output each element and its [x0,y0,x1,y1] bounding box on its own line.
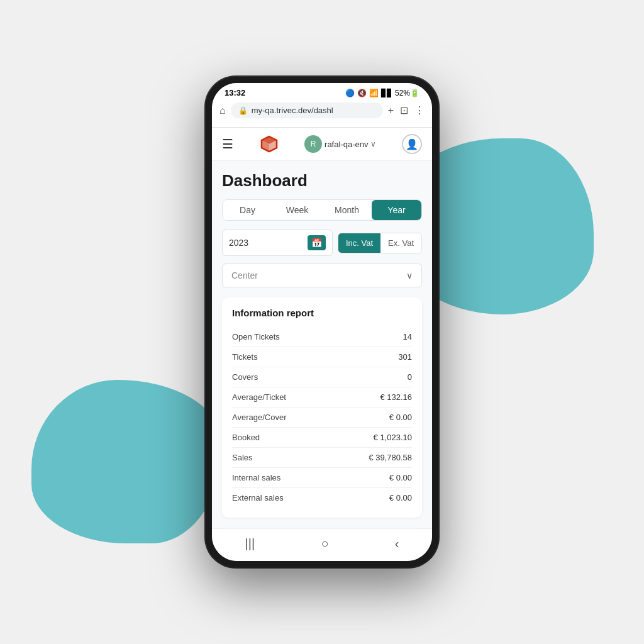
bottom-nav: ||| ○ ‹ [212,528,432,561]
center-label: Center [231,270,258,280]
center-dropdown[interactable]: Center ∨ [222,264,422,287]
status-time: 13:32 [225,88,245,97]
app-logo [259,134,279,154]
browser-bar: ⌂ 🔒 my-qa.trivec.dev/dashl + ⊡ ⋮ [212,100,432,128]
page-title: Dashboard [222,171,422,191]
report-row-booked: Booked € 1,023.10 [232,428,412,448]
year-input: 2023 📅 [222,230,333,256]
open-tickets-value: 14 [403,332,412,341]
report-row-tickets: Tickets 301 [232,347,412,367]
address-bar[interactable]: 🔒 my-qa.trivec.dev/dashl [231,103,383,118]
covers-value: 0 [408,372,412,382]
hamburger-menu-icon[interactable]: ☰ [222,136,233,152]
recent-nav-button[interactable]: ‹ [382,534,412,553]
back-nav-button[interactable]: ||| [233,534,268,553]
tab-year[interactable]: Year [372,200,421,220]
internal-sales-value: € 0.00 [389,473,412,482]
env-selector[interactable]: R rafal-qa-env ∨ [304,135,376,153]
profile-icon[interactable]: 👤 [402,134,422,154]
home-icon[interactable]: ⌂ [219,105,226,116]
report-row-covers: Covers 0 [232,367,412,387]
avg-ticket-value: € 132.16 [380,392,412,402]
external-sales-label: External sales [232,493,284,502]
report-row-avg-cover: Average/Cover € 0.00 [232,408,412,428]
home-nav-button[interactable]: ○ [308,534,341,553]
report-card-title: Information report [232,308,412,318]
dropdown-chevron-icon: ∨ [406,270,413,280]
phone-shell: 13:32 🔵 🔇 📶 ▊▊ 52%🔋 ⌂ 🔒 my-qa.trivec.dev… [206,77,438,567]
app-content: ☰ R rafal-qa-env ∨ 👤 [212,128,432,528]
more-menu-icon[interactable]: ⋮ [414,104,425,116]
avg-cover-value: € 0.00 [389,413,412,422]
env-avatar: R [304,135,322,153]
signal-icon: ▊▊ [381,89,392,97]
booked-value: € 1,023.10 [374,433,412,442]
information-report-card: Information report Open Tickets 14 Ticke… [222,297,422,518]
inc-vat-button[interactable]: Inc. Vat [338,233,380,253]
lock-icon: 🔒 [238,106,248,115]
vat-toggle: Inc. Vat Ex. Vat [338,233,422,253]
covers-label: Covers [232,372,258,382]
address-text: my-qa.trivec.dev/dashl [252,106,375,115]
tab-switcher-icon[interactable]: ⊡ [400,104,408,116]
battery-icon: 52%🔋 [395,89,419,97]
main-content: Dashboard Day Week Month Year 2023 📅 Inc… [212,161,432,528]
wifi-icon: 📶 [369,89,379,97]
browser-actions: + ⊡ ⋮ [388,104,425,116]
tab-week[interactable]: Week [272,200,322,220]
period-tabs: Day Week Month Year [222,199,422,221]
year-value: 2023 [229,238,303,248]
browser-top-row: ⌂ 🔒 my-qa.trivec.dev/dashl + ⊡ ⋮ [219,103,425,118]
sales-label: Sales [232,453,253,462]
new-tab-icon[interactable]: + [388,105,394,116]
tickets-value: 301 [398,352,412,362]
booked-label: Booked [232,433,260,442]
sales-value: € 39,780.58 [369,453,412,462]
tab-day[interactable]: Day [223,200,272,220]
background-blob-left [31,380,220,543]
external-sales-value: € 0.00 [389,493,412,502]
status-icons: 🔵 🔇 📶 ▊▊ 52%🔋 [345,89,419,97]
tab-month[interactable]: Month [322,200,372,220]
report-row-open-tickets: Open Tickets 14 [232,327,412,347]
report-row-internal-sales: Internal sales € 0.00 [232,468,412,488]
app-navbar: ☰ R rafal-qa-env ∨ 👤 [212,128,432,161]
phone-screen: 13:32 🔵 🔇 📶 ▊▊ 52%🔋 ⌂ 🔒 my-qa.trivec.dev… [212,83,432,561]
env-name: rafal-qa-env [325,140,368,149]
avg-cover-label: Average/Cover [232,413,286,422]
calendar-button[interactable]: 📅 [308,235,326,250]
ex-vat-button[interactable]: Ex. Vat [380,233,421,253]
report-row-avg-ticket: Average/Ticket € 132.16 [232,387,412,408]
avg-ticket-label: Average/Ticket [232,392,286,402]
bluetooth-icon: 🔵 [345,89,355,97]
internal-sales-label: Internal sales [232,473,280,482]
report-row-sales: Sales € 39,780.58 [232,448,412,468]
filter-row: 2023 📅 Inc. Vat Ex. Vat [222,230,422,256]
tickets-label: Tickets [232,352,258,362]
mute-icon: 🔇 [357,89,367,97]
open-tickets-label: Open Tickets [232,332,280,341]
report-row-external-sales: External sales € 0.00 [232,488,412,508]
status-bar: 13:32 🔵 🔇 📶 ▊▊ 52%🔋 [212,83,432,100]
env-chevron-icon: ∨ [370,140,376,148]
